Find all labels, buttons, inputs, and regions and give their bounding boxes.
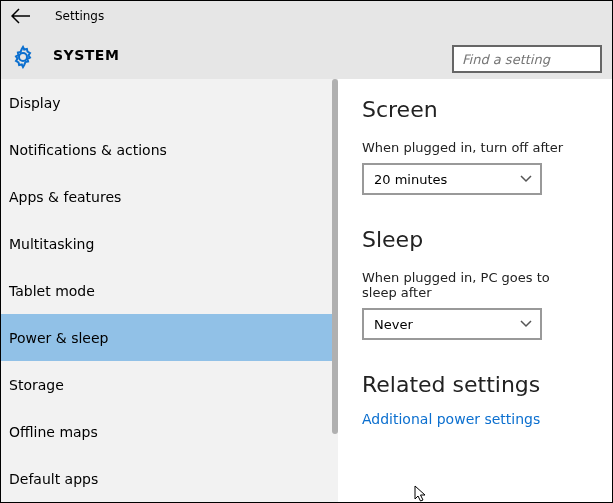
chevron-down-icon	[520, 173, 532, 186]
search-box[interactable]	[452, 45, 602, 73]
scrollbar-thumb[interactable]	[332, 79, 338, 434]
sidebar-item-label: Display	[9, 95, 61, 111]
sidebar-item-label: Apps & features	[9, 189, 121, 205]
additional-power-settings-link[interactable]: Additional power settings	[362, 411, 588, 427]
section-title: SYSTEM	[53, 47, 119, 63]
chevron-down-icon	[520, 318, 532, 331]
sidebar-item-label: Tablet mode	[9, 283, 95, 299]
screen-turnoff-dropdown[interactable]: 20 minutes	[362, 163, 542, 195]
sidebar-item-apps-features[interactable]: Apps & features	[1, 173, 338, 220]
sidebar-item-default-apps[interactable]: Default apps	[1, 455, 338, 502]
sidebar-item-offline-maps[interactable]: Offline maps	[1, 408, 338, 455]
sidebar-item-power-sleep[interactable]: Power & sleep	[1, 314, 338, 361]
screen-turnoff-value: 20 minutes	[374, 172, 447, 187]
related-settings-heading: Related settings	[362, 372, 588, 397]
gear-icon	[11, 45, 35, 69]
sidebar: DisplayNotifications & actionsApps & fea…	[1, 79, 338, 502]
sidebar-item-label: Power & sleep	[9, 330, 108, 346]
sleep-heading: Sleep	[362, 227, 588, 252]
screen-heading: Screen	[362, 97, 588, 122]
sidebar-item-label: Default apps	[9, 471, 98, 487]
sidebar-item-label: Notifications & actions	[9, 142, 167, 158]
scrollbar[interactable]	[328, 79, 338, 502]
sidebar-item-label: Storage	[9, 377, 64, 393]
sidebar-item-display[interactable]: Display	[1, 79, 338, 126]
search-input[interactable]	[454, 47, 600, 71]
sidebar-item-tablet-mode[interactable]: Tablet mode	[1, 267, 338, 314]
sleep-label: When plugged in, PC goes to sleep after	[362, 270, 588, 300]
sidebar-item-label: Multitasking	[9, 236, 94, 252]
back-button[interactable]	[11, 7, 31, 28]
sleep-value: Never	[374, 317, 413, 332]
sidebar-item-notifications-actions[interactable]: Notifications & actions	[1, 126, 338, 173]
header: Settings SYSTEM	[1, 1, 612, 79]
sidebar-item-storage[interactable]: Storage	[1, 361, 338, 408]
sidebar-item-label: Offline maps	[9, 424, 98, 440]
screen-turnoff-label: When plugged in, turn off after	[362, 140, 588, 155]
content-pane: Screen When plugged in, turn off after 2…	[338, 79, 612, 502]
sidebar-item-multitasking[interactable]: Multitasking	[1, 220, 338, 267]
app-title: Settings	[55, 9, 104, 23]
sleep-dropdown[interactable]: Never	[362, 308, 542, 340]
